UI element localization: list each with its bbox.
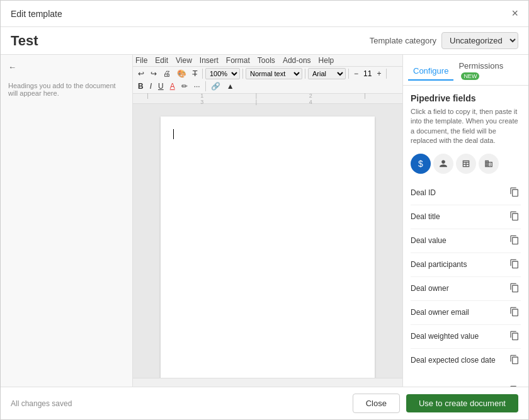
menu-view[interactable]: View [176, 56, 192, 65]
font-select[interactable]: Arial [308, 68, 346, 79]
copy-deal-title-button[interactable] [508, 210, 521, 224]
fields-title: Pipedrive fields [411, 93, 521, 103]
close-icon[interactable]: × [511, 7, 518, 20]
ruler: | 1 | 2 | 3 | 4 [133, 94, 402, 104]
menu-tools[interactable]: Tools [258, 56, 275, 65]
separator5 [386, 69, 387, 79]
menu-help[interactable]: Help [319, 56, 334, 65]
category-person-icon[interactable] [433, 154, 453, 174]
paint-format-button[interactable]: 🎨 [174, 68, 189, 79]
field-deal-title-label: Deal title [411, 212, 440, 221]
menu-bar: File Edit View Insert Format Tools Add-o… [133, 55, 402, 67]
field-deal-weighted-value-label: Deal weighted value [411, 332, 479, 341]
template-category-select[interactable]: Uncategorized [441, 32, 518, 49]
underline-button[interactable]: U [156, 81, 166, 92]
undo-button[interactable]: ↩ [135, 68, 147, 79]
text-cursor [173, 129, 174, 139]
clear-format-button[interactable]: T̶ [190, 68, 200, 79]
nav-back-button[interactable]: ← [6, 60, 127, 74]
collapse-button[interactable]: ▲ [224, 81, 237, 92]
field-deal-participants: Deal participants [411, 253, 521, 277]
fields-description: Click a field to copy it, then paste it … [411, 107, 521, 146]
copy-deal-weighted-value-button[interactable] [508, 329, 521, 344]
decrease-font-button[interactable]: − [351, 68, 361, 79]
fields-panel: Pipedrive fields Click a field to copy i… [403, 86, 528, 387]
category-table-icon[interactable] [456, 154, 476, 174]
field-deal-owner: Deal owner [411, 277, 521, 301]
tab-configure[interactable]: Configure [408, 62, 453, 81]
headings-note: Headings you add to the document will ap… [6, 79, 127, 99]
separator2 [242, 69, 243, 79]
field-divider [411, 372, 521, 380]
menu-addons[interactable]: Add-ons [283, 56, 311, 65]
field-deal-value-label: Deal value [411, 236, 447, 245]
link-button[interactable]: 🔗 [208, 81, 223, 92]
field-deal-participants-label: Deal participants [411, 260, 467, 269]
field-deal-owner-email: Deal owner email [411, 301, 521, 325]
field-deal-value: Deal value [411, 229, 521, 253]
field-deal-product: Deal Product [411, 380, 521, 387]
category-org-icon[interactable] [479, 154, 499, 174]
bold-button[interactable]: B [135, 81, 146, 92]
field-deal-id-label: Deal ID [411, 188, 436, 197]
zoom-select[interactable]: 100% [205, 68, 240, 79]
close-button[interactable]: Close [353, 394, 400, 413]
field-deal-weighted-value: Deal weighted value [411, 325, 521, 349]
fields-extra-list: Deal Product Deal Notes [411, 380, 521, 387]
more-button[interactable]: ··· [191, 81, 203, 92]
field-deal-expected-close-date: Deal expected close date [411, 349, 521, 372]
menu-format[interactable]: Format [226, 56, 250, 65]
separator6 [205, 81, 206, 91]
horizontal-scrollbar[interactable] [133, 378, 402, 387]
menu-edit[interactable]: Edit [155, 56, 168, 65]
field-deal-owner-email-label: Deal owner email [411, 308, 469, 317]
category-deal-icon[interactable]: $ [411, 154, 431, 174]
italic-button[interactable]: I [147, 81, 154, 92]
fields-list: Deal ID Deal title Deal value [411, 181, 521, 372]
document-canvas-wrap[interactable]: + [133, 104, 402, 378]
new-badge: NEW [461, 72, 479, 80]
menu-insert[interactable]: Insert [200, 56, 219, 65]
save-status: All changes saved [11, 399, 346, 408]
copy-deal-id-button[interactable] [508, 186, 521, 200]
category-icons: $ [411, 154, 521, 174]
field-deal-expected-close-date-label: Deal expected close date [411, 356, 496, 365]
separator3 [305, 69, 305, 79]
toolbar: ↩ ↪ 🖨 🎨 T̶ 100% Normal text Arial − [133, 67, 402, 94]
copy-deal-expected-close-date-button[interactable] [508, 353, 521, 368]
separator4 [348, 69, 349, 79]
menu-file[interactable]: File [135, 56, 147, 65]
print-button[interactable]: 🖨 [161, 68, 173, 79]
redo-button[interactable]: ↪ [148, 68, 159, 79]
font-size-display: 11 [362, 69, 373, 78]
copy-deal-owner-button[interactable] [508, 281, 521, 296]
font-color-button[interactable]: A [168, 81, 178, 92]
copy-deal-value-button[interactable] [508, 234, 521, 248]
field-deal-title: Deal title [411, 205, 521, 229]
style-select[interactable]: Normal text [246, 68, 302, 79]
tab-permissions[interactable]: Permissions NEW [453, 57, 523, 85]
document-canvas[interactable]: + [161, 116, 375, 378]
increase-font-button[interactable]: + [374, 68, 384, 79]
tabs-row: Configure Permissions NEW [403, 55, 528, 86]
separator [202, 69, 203, 79]
copy-deal-participants-button[interactable] [508, 258, 521, 272]
field-deal-id: Deal ID [411, 181, 521, 205]
copy-deal-owner-email-button[interactable] [508, 305, 521, 320]
category-label: Template category [370, 36, 436, 45]
field-deal-owner-label: Deal owner [411, 284, 449, 293]
document-title: Test [11, 33, 38, 49]
page-title: Edit template [11, 9, 62, 19]
create-document-button[interactable]: Use to create document [406, 394, 518, 412]
highlight-button[interactable]: ✏ [179, 81, 190, 92]
